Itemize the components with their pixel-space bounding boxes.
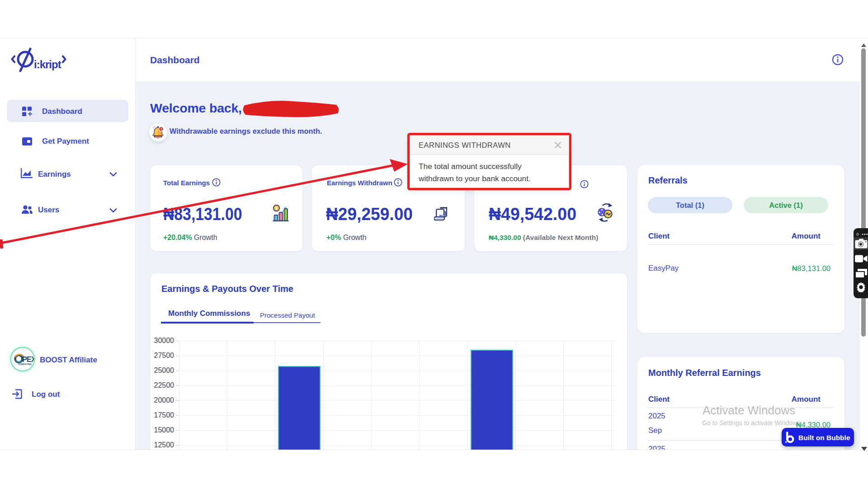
svg-text:CONSULTING: CONSULTING bbox=[18, 363, 32, 366]
svg-text:$: $ bbox=[275, 206, 278, 211]
svg-text:PEX: PEX bbox=[22, 355, 34, 363]
svg-text:i:kript: i:kript bbox=[34, 58, 61, 70]
